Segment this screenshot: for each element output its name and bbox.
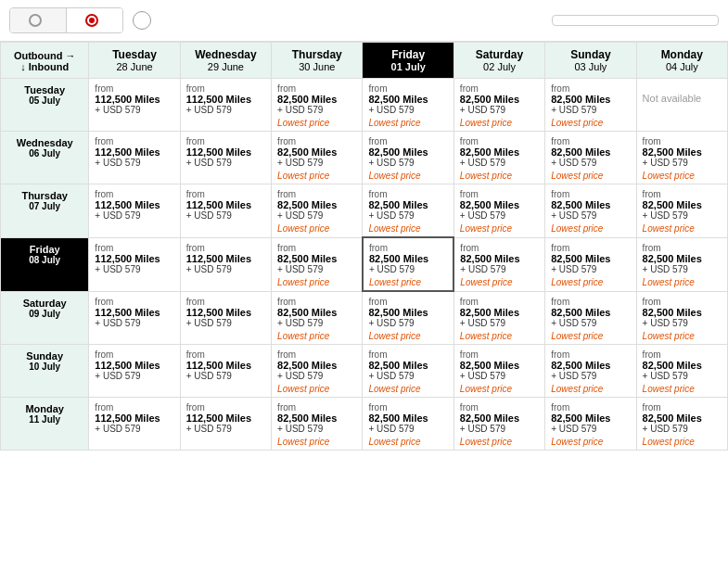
price-cell-r6-c6[interactable]: from 82,500 Miles + USD 579Lowest price [636,398,727,451]
price-cell-r3-c5[interactable]: from 82,500 Miles + USD 579Lowest price [545,237,636,291]
price-cell-r0-c5[interactable]: from 82,500 Miles + USD 579Lowest price [545,79,636,132]
price-cell-r3-c3[interactable]: from 82,500 Miles + USD 579Lowest price [363,237,453,291]
price-cell-r1-c0[interactable]: from 112,500 Miles + USD 579 [89,132,180,184]
price-cell-r6-c4[interactable]: from 82,500 Miles + USD 579Lowest price [453,398,544,451]
table-row: Tuesday05 July from 112,500 Miles + USD … [1,79,728,132]
outbound-day-header-1[interactable]: Wednesday29 June [180,43,271,79]
price-cell-r4-c1[interactable]: from 112,500 Miles + USD 579 [180,291,271,345]
outbound-inbound-header: Outbound → ↓ Inbound [1,43,89,79]
miles-radio [85,14,98,27]
outbound-day-header-0[interactable]: Tuesday28 June [89,43,180,79]
price-cell-r5-c4[interactable]: from 82,500 Miles + USD 579Lowest price [453,345,544,398]
price-cell-r5-c6[interactable]: from 82,500 Miles + USD 579Lowest price [636,345,727,398]
table-row: Thursday07 July from 112,500 Miles + USD… [1,184,728,238]
price-cell-r6-c5[interactable]: from 82,500 Miles + USD 579Lowest price [545,398,636,451]
inbound-day-header-1: Wednesday06 July [1,132,89,184]
outbound-day-header-4[interactable]: Saturday02 July [453,43,544,79]
inbound-day-header-6: Monday11 July [1,398,89,451]
price-cell-r3-c0[interactable]: from 112,500 Miles + USD 579 [89,237,180,291]
price-cell-r3-c2[interactable]: from 82,500 Miles + USD 579Lowest price [272,237,363,291]
price-cell-r6-c0[interactable]: from 112,500 Miles + USD 579 [89,398,180,451]
grid-container: Outbound → ↓ Inbound Tuesday28 JuneWedne… [0,42,728,451]
table-row: Wednesday06 July from 112,500 Miles + US… [1,132,728,184]
price-cell-r2-c0[interactable]: from 112,500 Miles + USD 579 [89,184,180,238]
table-row: Sunday10 July from 112,500 Miles + USD 5… [1,345,728,398]
table-row: Friday08 July from 112,500 Miles + USD 5… [1,237,728,291]
payment-options [9,7,123,33]
price-cell-r4-c6[interactable]: from 82,500 Miles + USD 579Lowest price [636,291,727,345]
price-cell-r2-c5[interactable]: from 82,500 Miles + USD 579Lowest price [545,184,636,238]
inbound-day-header-2: Thursday07 July [1,184,89,238]
price-cell-r3-c1[interactable]: from 112,500 Miles + USD 579 [180,237,271,291]
price-cell-r1-c3[interactable]: from 82,500 Miles + USD 579Lowest price [363,132,453,184]
price-cell-r2-c6[interactable]: from 82,500 Miles + USD 579Lowest price [636,184,727,238]
also-prices-dropdown[interactable] [552,15,719,26]
price-cell-r5-c2[interactable]: from 82,500 Miles + USD 579Lowest price [272,345,363,398]
price-cell-r6-c2[interactable]: from 82,500 Miles + USD 579Lowest price [272,398,363,451]
price-cell-r5-c1[interactable]: from 112,500 Miles + USD 579 [180,345,271,398]
price-cell-r1-c2[interactable]: from 82,500 Miles + USD 579Lowest price [272,132,363,184]
miles-option[interactable] [67,8,122,32]
price-cell-r0-c2[interactable]: from 82,500 Miles + USD 579Lowest price [272,79,363,132]
price-cell-r4-c2[interactable]: from 82,500 Miles + USD 579Lowest price [272,291,363,345]
table-row: Monday11 July from 112,500 Miles + USD 5… [1,398,728,451]
price-cell-r0-c6[interactable]: Not available [636,79,727,132]
price-cell-r4-c5[interactable]: from 82,500 Miles + USD 579Lowest price [545,291,636,345]
price-cell-r0-c4[interactable]: from 82,500 Miles + USD 579Lowest price [453,79,544,132]
price-cell-r5-c3[interactable]: from 82,500 Miles + USD 579Lowest price [363,345,453,398]
price-cell-r0-c3[interactable]: from 82,500 Miles + USD 579Lowest price [363,79,453,132]
inbound-day-header-3: Friday08 July [1,237,89,291]
price-cell-r6-c3[interactable]: from 82,500 Miles + USD 579Lowest price [363,398,453,451]
price-cell-r1-c5[interactable]: from 82,500 Miles + USD 579Lowest price [545,132,636,184]
inbound-day-header-0: Tuesday05 July [1,79,89,132]
outbound-day-header-3[interactable]: Friday01 July [363,43,453,79]
price-cell-r1-c6[interactable]: from 82,500 Miles + USD 579Lowest price [636,132,727,184]
price-cell-r3-c6[interactable]: from 82,500 Miles + USD 579Lowest price [636,237,727,291]
price-cell-r3-c4[interactable]: from 82,500 Miles + USD 579Lowest price [453,237,544,291]
cash-option[interactable] [10,8,66,32]
outbound-day-header-6[interactable]: Monday04 July [636,43,727,79]
price-cell-r4-c0[interactable]: from 112,500 Miles + USD 579 [89,291,180,345]
inbound-day-header-4: Saturday09 July [1,291,89,345]
price-cell-r1-c4[interactable]: from 82,500 Miles + USD 579Lowest price [453,132,544,184]
outbound-day-header-5[interactable]: Sunday03 July [545,43,636,79]
price-cell-r6-c1[interactable]: from 112,500 Miles + USD 579 [180,398,271,451]
table-row: Saturday09 July from 112,500 Miles + USD… [1,291,728,345]
price-cell-r2-c4[interactable]: from 82,500 Miles + USD 579Lowest price [453,184,544,238]
info-icon[interactable] [133,11,151,30]
price-cell-r5-c0[interactable]: from 112,500 Miles + USD 579 [89,345,180,398]
outbound-day-header-2[interactable]: Thursday30 June [272,43,363,79]
price-cell-r0-c0[interactable]: from 112,500 Miles + USD 579 [89,79,180,132]
price-cell-r2-c3[interactable]: from 82,500 Miles + USD 579Lowest price [363,184,453,238]
price-cell-r5-c5[interactable]: from 82,500 Miles + USD 579Lowest price [545,345,636,398]
cash-radio [29,14,42,27]
price-cell-r0-c1[interactable]: from 112,500 Miles + USD 579 [180,79,271,132]
top-bar [0,0,728,42]
price-cell-r4-c4[interactable]: from 82,500 Miles + USD 579Lowest price [453,291,544,345]
price-cell-r4-c3[interactable]: from 82,500 Miles + USD 579Lowest price [363,291,453,345]
price-cell-r1-c1[interactable]: from 112,500 Miles + USD 579 [180,132,271,184]
inbound-day-header-5: Sunday10 July [1,345,89,398]
price-cell-r2-c1[interactable]: from 112,500 Miles + USD 579 [180,184,271,238]
price-cell-r2-c2[interactable]: from 82,500 Miles + USD 579Lowest price [272,184,363,238]
